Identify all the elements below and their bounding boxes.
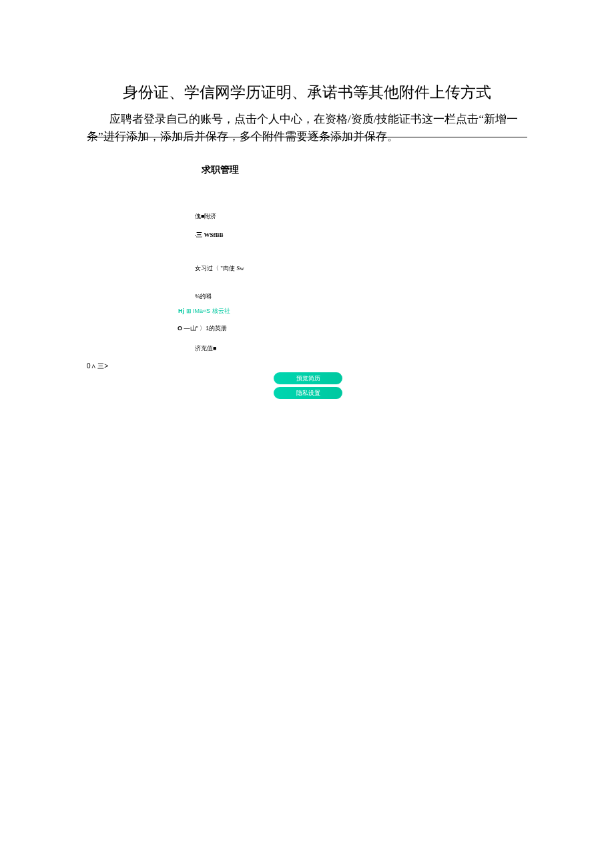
cert-main: ⊞ IMa«S	[186, 308, 211, 314]
sidebar-item-wsfbb[interactable]: ·三 WSfBB	[195, 231, 224, 240]
page-title: 身份证、学信网学历证明、承诺书等其他附件上传方式	[0, 82, 614, 103]
privacy-settings-button[interactable]: 隐私设置	[274, 387, 342, 399]
sidebar-item-percent[interactable]: %的嘚	[195, 292, 212, 301]
cert-suffix: 核云社	[210, 308, 230, 314]
sidebar-item-book[interactable]: O —山" 〉1的英册	[178, 324, 227, 333]
sidebar-item-practice[interactable]: 女习过〈 "肉使 Sw	[195, 264, 244, 273]
sidebar-item-recharge[interactable]: 济充值■	[195, 344, 216, 353]
cert-prefix: Hj	[178, 308, 186, 314]
small-corner-label: 0∧ 三>	[87, 362, 108, 371]
divider-line	[87, 137, 527, 137]
section-header: 求职管理	[202, 164, 239, 176]
sidebar-item-resume[interactable]: 傀■附济	[195, 212, 216, 221]
book-text: —山" 〉1的英册	[182, 325, 227, 332]
sidebar-item-certificate[interactable]: Hj ⊞ IMa«S 核云社	[178, 307, 230, 316]
preview-resume-button[interactable]: 预览简历	[274, 372, 342, 384]
description-text: 应聘者登录自己的账号，点击个人中心，在资格/资质/技能证书这一栏点击“新增一条”…	[87, 111, 527, 146]
